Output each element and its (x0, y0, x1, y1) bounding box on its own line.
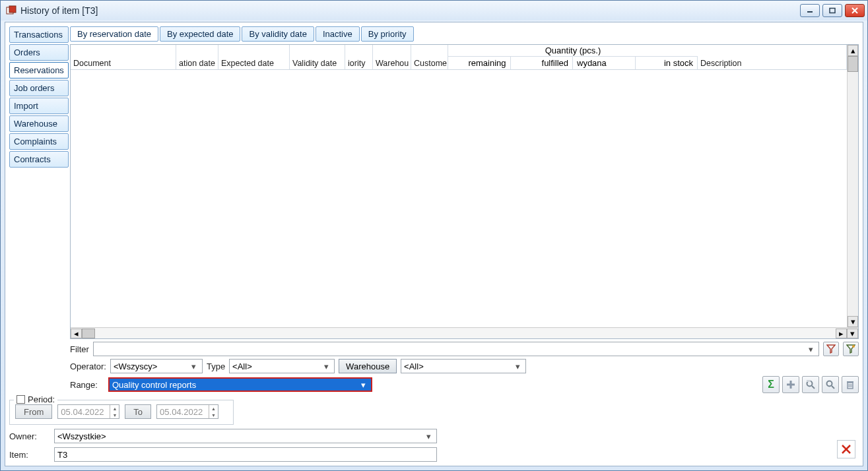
date-to-input[interactable]: ▲▼ (156, 404, 218, 419)
svg-rect-13 (847, 381, 853, 383)
scroll-right-icon[interactable]: ▸ (836, 329, 847, 338)
side-tabs: Transactions Orders Reservations Job ord… (9, 26, 69, 393)
tab-by-validity-date[interactable]: By validity date (242, 26, 314, 42)
from-button[interactable]: From (15, 404, 52, 419)
owner-value: <Wszystkie> (57, 431, 106, 441)
chevron-down-icon[interactable]: ▾ (423, 431, 434, 441)
col-in-stock[interactable]: in stock (636, 57, 698, 69)
item-value: T3 (57, 450, 67, 460)
item-label: Item: (9, 450, 49, 460)
date-to-value[interactable] (157, 407, 209, 417)
col-ation-date[interactable]: ation date (176, 45, 218, 69)
scroll-thumb-h[interactable] (82, 329, 95, 338)
type-value: <All> (232, 361, 252, 371)
search-button[interactable] (822, 376, 839, 393)
scroll-end-icon[interactable]: ▾ (847, 329, 858, 338)
filter-label: Filter (70, 344, 89, 354)
scroll-left-icon[interactable]: ◂ (71, 329, 82, 338)
spin-down-icon[interactable]: ▼ (209, 412, 218, 418)
svg-line-11 (832, 386, 834, 389)
range-value: Quality control reports (112, 380, 196, 390)
side-tab-complaints[interactable]: Complaints (9, 133, 69, 150)
operator-value: <Wszyscy> (114, 361, 157, 371)
add-button[interactable] (782, 376, 799, 393)
owner-label: Owner: (9, 431, 49, 441)
maximize-button[interactable] (822, 4, 842, 17)
period-checkbox[interactable] (17, 395, 25, 404)
col-fulfilled[interactable]: fulfilled (511, 57, 574, 69)
tab-by-priority[interactable]: By priority (361, 26, 414, 42)
grid: Document ation date Expected date Validi… (70, 44, 859, 339)
spin-up-icon[interactable]: ▲ (110, 405, 119, 412)
type-select[interactable]: <All>▾ (229, 359, 335, 373)
svg-rect-1 (9, 6, 16, 13)
col-wydana[interactable]: wydana (573, 57, 636, 69)
client-area: Transactions Orders Reservations Job ord… (5, 22, 863, 466)
close-button[interactable] (845, 4, 865, 17)
col-priority[interactable]: iority (345, 45, 373, 69)
warehouse-value: <All> (404, 361, 424, 371)
col-warehouse[interactable]: Warehou (373, 45, 411, 69)
svg-rect-3 (830, 9, 835, 13)
item-input[interactable]: T3 (54, 447, 437, 462)
to-button[interactable]: To (125, 404, 151, 419)
warehouse-button[interactable]: Warehouse (339, 359, 397, 373)
side-tab-job-orders[interactable]: Job orders (9, 80, 69, 96)
delete-button[interactable] (842, 376, 859, 393)
date-from-input[interactable]: ▲▼ (57, 404, 119, 419)
col-customer[interactable]: Custome (411, 45, 448, 69)
operator-label: Operator: (70, 361, 106, 371)
period-label: Period: (28, 394, 55, 404)
chevron-down-icon[interactable]: ▾ (805, 344, 816, 354)
sum-button[interactable]: Σ (762, 376, 780, 393)
side-tab-import[interactable]: Import (9, 98, 69, 114)
owner-select[interactable]: <Wszystkie>▾ (54, 429, 437, 443)
side-tab-contracts[interactable]: Contracts (9, 151, 69, 168)
svg-point-6 (852, 345, 855, 348)
operator-select[interactable]: <Wszyscy>▾ (110, 359, 203, 373)
spin-up-icon[interactable]: ▲ (209, 405, 218, 412)
side-tab-orders[interactable]: Orders (9, 44, 69, 61)
col-expected-date[interactable]: Expected date (218, 45, 290, 69)
window-title: History of item [T3] (20, 5, 800, 16)
warehouse-select[interactable]: <All>▾ (401, 359, 526, 373)
date-from-value[interactable] (58, 407, 110, 417)
titlebar: History of item [T3] (1, 1, 867, 20)
col-description[interactable]: Description (698, 45, 847, 69)
side-tab-transactions[interactable]: Transactions (9, 26, 69, 43)
svg-point-10 (827, 381, 832, 387)
scroll-up-icon[interactable]: ▴ (848, 45, 858, 56)
dialog-close-button[interactable] (837, 440, 855, 458)
chevron-down-icon[interactable]: ▾ (512, 361, 523, 371)
minimize-button[interactable] (800, 4, 820, 17)
svg-rect-9 (807, 380, 811, 382)
col-quantity[interactable]: Quantity (pcs.) (448, 45, 698, 57)
col-document[interactable]: Document (71, 45, 176, 69)
tab-by-expected-date[interactable]: By expected date (160, 26, 240, 42)
filter-input[interactable]: ▾ (93, 342, 819, 356)
range-label: Range: (70, 380, 104, 390)
grid-body[interactable] (71, 70, 858, 327)
chevron-down-icon[interactable]: ▾ (189, 361, 199, 371)
scroll-down-icon[interactable]: ▾ (848, 316, 858, 327)
col-validity-date[interactable]: Validity date (290, 45, 345, 69)
side-tab-warehouse[interactable]: Warehouse (9, 115, 69, 132)
vertical-scrollbar[interactable]: ▴ ▾ (847, 45, 858, 327)
tab-inactive[interactable]: Inactive (316, 26, 360, 42)
svg-line-8 (812, 386, 815, 389)
app-icon (6, 5, 17, 16)
range-select[interactable]: Quality control reports▾ (108, 377, 372, 392)
col-remaining[interactable]: remaining (448, 57, 511, 69)
chevron-down-icon[interactable]: ▾ (358, 380, 368, 390)
filter-funnel-button[interactable] (823, 342, 839, 356)
spin-down-icon[interactable]: ▼ (110, 412, 119, 418)
tab-by-reservation-date[interactable]: By reservation date (70, 26, 158, 42)
filter-config-button[interactable] (843, 342, 859, 356)
scroll-thumb[interactable] (848, 56, 858, 72)
horizontal-scrollbar[interactable]: ◂ ▸ ▾ (71, 327, 858, 338)
preview-button[interactable] (802, 376, 819, 393)
side-tab-reservations[interactable]: Reservations (9, 62, 69, 78)
window-frame: History of item [T3] Transactions Orders… (0, 0, 868, 471)
type-label: Type (207, 361, 225, 371)
chevron-down-icon[interactable]: ▾ (321, 361, 331, 371)
